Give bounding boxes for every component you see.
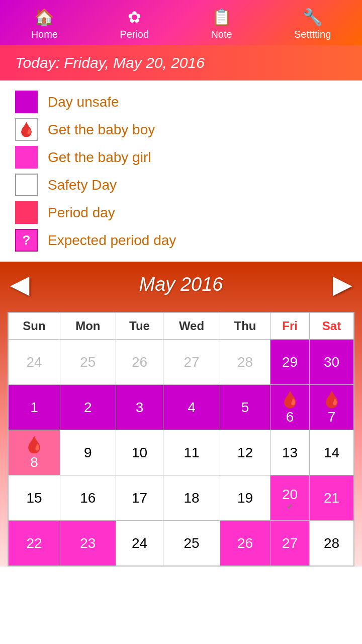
calendar-cell[interactable]: 10	[116, 430, 163, 475]
legend-label-unsafe: Day unsafe	[48, 94, 119, 110]
calendar-cell[interactable]: 18	[163, 475, 220, 521]
calendar-cell[interactable]: 16	[60, 475, 116, 521]
legend-period: Period day	[15, 201, 347, 224]
legend-label-expected: Expected period day	[48, 232, 176, 249]
calendar-cell[interactable]: 14	[310, 430, 354, 475]
calendar-header: ◀ May 2016 ▶	[0, 262, 362, 307]
calendar-cell[interactable]: 3	[116, 385, 163, 430]
weekday-thu: Thu	[220, 313, 270, 340]
calendar-week-1: 12345🩸6🩸7	[9, 385, 354, 430]
legend-box-safety	[15, 174, 38, 196]
calendar-cell[interactable]: 9	[60, 430, 116, 475]
note-icon: 📋	[212, 8, 232, 27]
nav-settings-label: Setttting	[294, 29, 331, 40]
legend: Day unsafe 🩸 Get the baby boy Get the ba…	[0, 80, 362, 262]
today-banner: Today: Friday, May 20, 2016	[0, 45, 362, 80]
calendar-week-2: 🩸891011121314	[9, 430, 354, 475]
calendar-cell[interactable]: 🩸6	[270, 385, 310, 430]
legend-box-unsafe	[15, 91, 38, 113]
calendar-cell[interactable]: 27	[270, 521, 310, 566]
calendar-header-row: Sun Mon Tue Wed Thu Fri Sat	[9, 313, 354, 340]
calendar-cell[interactable]: 26	[220, 521, 270, 566]
next-month-button[interactable]: ▶	[333, 272, 352, 297]
weekday-wed: Wed	[163, 313, 220, 340]
calendar-cell[interactable]: 20✓	[270, 475, 310, 521]
legend-baby-girl: Get the baby girl	[15, 146, 347, 169]
nav-period[interactable]: ✿ Period	[120, 8, 149, 40]
calendar-cell[interactable]: 🩸8	[9, 430, 60, 475]
weekday-mon: Mon	[60, 313, 116, 340]
calendar-cell[interactable]: 25	[163, 521, 220, 566]
calendar-section: ◀ May 2016 ▶ Sun Mon Tue Wed Thu Fri Sat…	[0, 262, 362, 567]
period-icon: ✿	[128, 8, 141, 27]
nav-note[interactable]: 📋 Note	[211, 8, 232, 40]
calendar-cell[interactable]: 17	[116, 475, 163, 521]
legend-box-expected: ?	[15, 229, 38, 252]
calendar-week-3: 151617181920✓21	[9, 475, 354, 521]
top-nav: 🏠 Home ✿ Period 📋 Note 🔧 Setttting	[0, 0, 362, 45]
calendar-cell[interactable]: 2	[60, 385, 116, 430]
prev-month-button[interactable]: ◀	[10, 272, 29, 297]
legend-expected: ? Expected period day	[15, 229, 347, 252]
calendar-cell[interactable]: 5	[220, 385, 270, 430]
legend-label-baby-girl: Get the baby girl	[48, 149, 151, 166]
home-icon: 🏠	[34, 8, 54, 27]
legend-label-period: Period day	[48, 205, 115, 221]
calendar-cell[interactable]: 19	[220, 475, 270, 521]
calendar-week-0: 24252627282930	[9, 340, 354, 385]
calendar-cell[interactable]: 1	[9, 385, 60, 430]
calendar-cell[interactable]: 21	[310, 475, 354, 521]
legend-box-period	[15, 201, 38, 224]
legend-box-baby-girl	[15, 146, 38, 169]
calendar-title: May 2016	[139, 274, 223, 295]
settings-icon: 🔧	[303, 8, 323, 27]
weekday-fri: Fri	[270, 313, 310, 340]
calendar-cell[interactable]: 24	[116, 521, 163, 566]
legend-unsafe: Day unsafe	[15, 91, 347, 113]
calendar-table: Sun Mon Tue Wed Thu Fri Sat 242526272829…	[8, 312, 354, 566]
calendar-cell[interactable]: 28	[220, 340, 270, 385]
legend-baby-boy: 🩸 Get the baby boy	[15, 118, 347, 141]
calendar-cell[interactable]: 11	[163, 430, 220, 475]
calendar-cell[interactable]: 25	[60, 340, 116, 385]
calendar-cell[interactable]: 22	[9, 521, 60, 566]
nav-note-label: Note	[211, 29, 232, 40]
calendar-cell[interactable]: 24	[9, 340, 60, 385]
calendar-cell[interactable]: 29	[270, 340, 310, 385]
legend-safety: Safety Day	[15, 174, 347, 196]
legend-box-baby-boy: 🩸	[15, 118, 38, 141]
calendar-cell[interactable]: 26	[116, 340, 163, 385]
calendar-cell[interactable]: 13	[270, 430, 310, 475]
calendar-cell[interactable]: 23	[60, 521, 116, 566]
today-text: Today: Friday, May 20, 2016	[15, 54, 205, 71]
weekday-sat: Sat	[310, 313, 354, 340]
calendar-cell[interactable]: 🩸7	[310, 385, 354, 430]
nav-home[interactable]: 🏠 Home	[31, 8, 58, 40]
calendar-cell[interactable]: 4	[163, 385, 220, 430]
calendar-cell[interactable]: 28	[310, 521, 354, 566]
nav-home-label: Home	[31, 29, 58, 40]
calendar-grid: Sun Mon Tue Wed Thu Fri Sat 242526272829…	[8, 312, 354, 567]
weekday-tue: Tue	[116, 313, 163, 340]
legend-label-baby-boy: Get the baby boy	[48, 122, 155, 138]
calendar-cell[interactable]: 27	[163, 340, 220, 385]
calendar-cell[interactable]: 12	[220, 430, 270, 475]
nav-settings[interactable]: 🔧 Setttting	[294, 8, 331, 40]
calendar-cell[interactable]: 30	[310, 340, 354, 385]
calendar-cell[interactable]: 15	[9, 475, 60, 521]
calendar-week-4: 22232425262728	[9, 521, 354, 566]
nav-period-label: Period	[120, 29, 149, 40]
legend-label-safety: Safety Day	[48, 177, 117, 193]
weekday-sun: Sun	[9, 313, 60, 340]
